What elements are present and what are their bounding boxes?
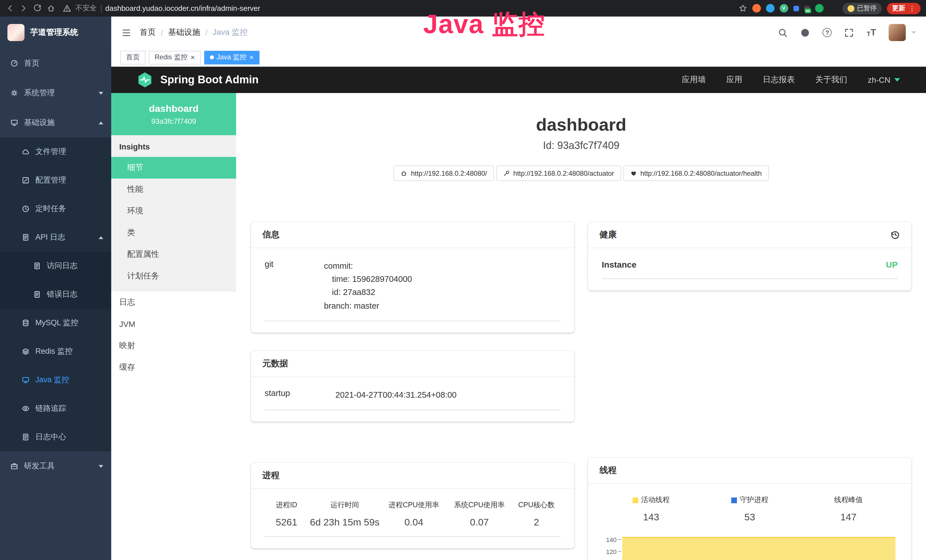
sidebar-item-infra[interactable]: 基础设施 xyxy=(0,108,111,138)
menu-item-loggers[interactable]: 日志 xyxy=(111,292,236,313)
sidebar-item-config-manage[interactable]: 配置管理 xyxy=(0,166,111,195)
extension-icon-grid[interactable] xyxy=(793,5,799,11)
sidebar-item-label: Redis 监控 xyxy=(35,346,103,357)
sidebar-item-error-log[interactable]: 错误日志 xyxy=(0,280,111,309)
menu-item-caches[interactable]: 缓存 xyxy=(111,357,236,378)
bookmark-star-icon[interactable] xyxy=(738,4,747,12)
logo-avatar xyxy=(8,24,24,41)
sba-nav-applications[interactable]: 应用 xyxy=(726,75,742,85)
sidebar-item-access-log[interactable]: 访问日志 xyxy=(0,251,111,280)
home-icon xyxy=(401,170,407,177)
card-title: 健康 xyxy=(599,229,617,240)
card-header: 健康 xyxy=(588,222,911,248)
health-url-link[interactable]: http://192.168.0.2:48080/actuator/health xyxy=(623,165,769,181)
sidebar-item-trace[interactable]: 链路追踪 xyxy=(0,394,111,423)
breadcrumb-item-infra[interactable]: 基础设施 xyxy=(168,27,200,38)
kebab-menu-icon[interactable]: ⋮ xyxy=(909,4,915,12)
chevron-up-icon xyxy=(99,236,103,239)
sidebar-item-label: API 日志 xyxy=(35,232,93,242)
sba-nav-wall[interactable]: 应用墙 xyxy=(682,75,706,85)
sidebar-item-dev-tools[interactable]: 研发工具 xyxy=(0,451,111,481)
menu-item-performance[interactable]: 性能 xyxy=(111,179,236,200)
actuator-url-link[interactable]: http://192.168.0.2:48080/actuator xyxy=(496,165,621,181)
address-bar[interactable]: 不安全 dashboard.yudao.iocoder.cn/infra/adm… xyxy=(63,3,260,13)
url-text[interactable]: dashboard.yudao.iocoder.cn/infra/admin-s… xyxy=(105,4,260,12)
sidebar-item-mysql-monitor[interactable]: MySQL 监控 xyxy=(0,309,111,337)
service-url-link[interactable]: http://192.168.0.2:48080/ xyxy=(394,165,494,181)
home-icon[interactable] xyxy=(47,4,55,12)
extension-icon-orange[interactable] xyxy=(752,4,761,12)
menu-item-scheduled-tasks[interactable]: 计划任务 xyxy=(111,265,236,287)
chart-plot-area xyxy=(622,533,898,560)
tab-java-monitor[interactable]: Java 监控 × xyxy=(204,50,260,64)
avatar-caret-icon[interactable] xyxy=(911,31,916,34)
stat-uptime: 运行时间 6d 23h 15m 59s xyxy=(308,500,381,528)
sidebar-item-label: 链路追踪 xyxy=(35,403,103,414)
legend-swatch-blue xyxy=(731,497,737,503)
legend-value: 143 xyxy=(602,512,701,523)
sidebar-item-file-manage[interactable]: 文件管理 xyxy=(0,138,111,166)
menu-item-config-props[interactable]: 配置属性 xyxy=(111,244,236,265)
card-header: 进程 xyxy=(251,463,574,489)
sidebar-item-redis-monitor[interactable]: Redis 监控 xyxy=(0,337,111,366)
stat-label: CPU核心数 xyxy=(512,500,561,510)
sba-nav-journal[interactable]: 日志报表 xyxy=(763,75,795,85)
close-icon[interactable]: × xyxy=(191,54,195,61)
menu-item-classes[interactable]: 类 xyxy=(111,222,236,244)
metadata-value: 2021-04-27T00:44:31.254+08:00 xyxy=(335,389,457,402)
sidebar-item-home[interactable]: 首页 xyxy=(0,48,111,78)
docs-help-icon[interactable]: ? xyxy=(823,28,832,37)
threads-chart: 140 120 100 xyxy=(602,533,898,560)
breadcrumb-item-home[interactable]: 首页 xyxy=(140,27,156,38)
hamburger-icon[interactable] xyxy=(121,28,131,37)
cards-grid: 信息 git commit: time: 1596289704000 id: 2 xyxy=(251,222,911,560)
extension-icon-leaf[interactable] xyxy=(815,4,823,12)
sidebar-item-api-log[interactable]: API 日志 xyxy=(0,223,111,251)
menu-item-jvm[interactable]: JVM xyxy=(111,313,236,335)
font-size-icon[interactable]: TT xyxy=(867,28,876,37)
profiler-paused-badge[interactable]: 已暂停 xyxy=(842,3,882,14)
reload-icon[interactable] xyxy=(33,4,42,12)
sidebar-item-java-monitor[interactable]: Java 监控 xyxy=(0,366,111,394)
chevron-down-icon xyxy=(99,92,103,94)
sidebar-item-scheduled-job[interactable]: 定时任务 xyxy=(0,195,111,223)
tab-label: 首页 xyxy=(126,53,140,62)
instance-header[interactable]: dashboard 93a3fc7f7409 xyxy=(111,93,236,135)
security-warning-icon[interactable] xyxy=(63,4,71,12)
menu-item-mappings[interactable]: 映射 xyxy=(111,335,236,357)
chart-y-axis: 140 120 100 xyxy=(602,533,621,560)
threads-legend: 活动线程 143 守护进程 53 线程峰值 xyxy=(602,495,898,523)
github-icon[interactable] xyxy=(800,28,810,37)
tab-home[interactable]: 首页 xyxy=(120,50,145,64)
chrome-update-button[interactable]: 更新 ⋮ xyxy=(887,3,921,14)
security-label[interactable]: 不安全 xyxy=(75,3,97,13)
fullscreen-icon[interactable] xyxy=(844,28,854,37)
user-avatar[interactable] xyxy=(889,24,906,41)
menu-item-environment[interactable]: 环境 xyxy=(111,200,236,222)
paused-label: 已暂停 xyxy=(857,4,877,12)
close-icon[interactable]: × xyxy=(250,54,254,61)
forward-icon[interactable] xyxy=(20,4,28,12)
search-icon[interactable] xyxy=(778,28,788,37)
vue-devtools-icon[interactable]: V xyxy=(779,4,788,12)
git-branch-line: branch: master xyxy=(324,299,412,312)
legend-daemon-threads: 守护进程 53 xyxy=(701,495,799,523)
app-logo[interactable]: 芋道管理系统 xyxy=(0,17,111,48)
sba-brand[interactable]: Spring Boot Admin xyxy=(136,71,259,88)
card-body: 活动线程 143 守护进程 53 线程峰值 xyxy=(588,484,911,560)
back-icon[interactable] xyxy=(6,4,14,12)
sidebar-item-system[interactable]: 系统管理 xyxy=(0,78,111,108)
history-icon[interactable] xyxy=(890,230,900,240)
locale-selector[interactable]: zh-CN xyxy=(868,75,900,85)
sidebar-item-log-center[interactable]: 日志中心 xyxy=(0,423,111,451)
status-badge: UP xyxy=(886,260,898,269)
legend-swatch-yellow xyxy=(632,497,638,503)
menu-item-details[interactable]: 细节 xyxy=(111,157,236,179)
monitor-icon xyxy=(22,376,30,384)
extension-icon-blue-drop[interactable] xyxy=(766,4,774,12)
sba-nav-about[interactable]: 关于我们 xyxy=(816,75,847,85)
extension-icon-dark[interactable] xyxy=(828,4,837,12)
proxy-switch-icon[interactable]: on xyxy=(804,5,809,11)
tab-redis-monitor[interactable]: Redis 监控 × xyxy=(149,50,200,64)
info-card: 信息 git commit: time: 1596289704000 id: 2 xyxy=(251,222,574,333)
